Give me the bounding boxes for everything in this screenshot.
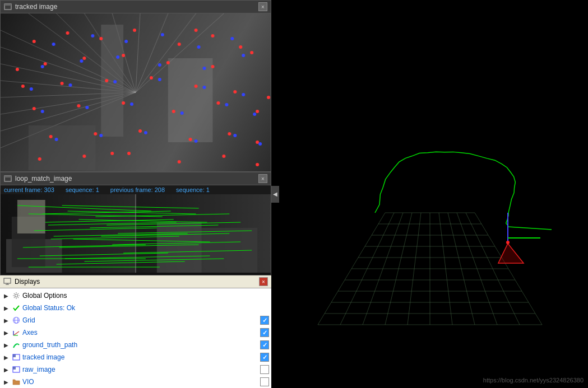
previous-frame-label: previous frame: 208 — [110, 186, 165, 193]
left-panel: tracked image × loop_match_image × curre… — [0, 0, 271, 388]
display-item-global-status[interactable]: ▶Global Status: Ok — [0, 302, 271, 314]
svg-rect-3 — [4, 176, 11, 177]
displays-content: ▶Global Options▶Global Status: Ok▶Grid▶A… — [0, 288, 271, 388]
label-axes: Axes — [22, 329, 260, 336]
right-panel: ◀ https://blog.csdn.net/yys2324826380 — [271, 0, 588, 388]
display-item-raw-image[interactable]: ▶raw_image — [0, 363, 271, 376]
expand-global-status[interactable]: ▶ — [2, 304, 10, 312]
collapse-arrow[interactable]: ◀ — [271, 186, 279, 203]
label-grid: Grid — [22, 316, 260, 324]
display-item-global-options[interactable]: ▶Global Options — [0, 289, 271, 302]
displays-title: Displays — [15, 278, 259, 286]
checkbox-vio[interactable] — [260, 377, 269, 386]
icon-vio — [12, 377, 21, 386]
checkbox-raw-image[interactable] — [260, 365, 269, 374]
loop-match-title: loop_match_image — [15, 175, 258, 183]
displays-close[interactable]: × — [259, 277, 268, 286]
checkbox-tracked-image[interactable] — [260, 353, 269, 362]
expand-raw-image[interactable]: ▶ — [2, 366, 10, 373]
displays-monitor-icon — [3, 278, 11, 286]
loop-match-close[interactable]: × — [258, 174, 267, 183]
loop-match-window-icon — [4, 175, 12, 183]
svg-rect-17 — [13, 367, 16, 370]
sequence-1-label: sequence: 1 — [66, 186, 99, 193]
label-global-options: Global Options — [22, 292, 269, 300]
svg-rect-4 — [4, 278, 11, 283]
svg-rect-1 — [4, 4, 11, 6]
icon-global-status — [12, 303, 21, 312]
tracked-image-title: tracked image — [15, 3, 258, 11]
icon-axes — [12, 328, 21, 337]
display-item-ground-truth-path[interactable]: ▶ground_truth_path — [0, 339, 271, 351]
tracked-image-close[interactable]: × — [258, 2, 267, 11]
tracked-image-window: tracked image × — [0, 0, 271, 172]
displays-panel: Displays × ▶Global Options▶Global Status… — [0, 275, 271, 388]
icon-ground-truth-path — [12, 340, 21, 349]
label-ground-truth-path: ground_truth_path — [22, 341, 260, 349]
expand-grid[interactable]: ▶ — [2, 316, 10, 324]
checkbox-grid[interactable] — [260, 316, 269, 325]
display-item-vio[interactable]: ▶VIO — [0, 376, 271, 388]
displays-titlebar: Displays × — [0, 275, 271, 288]
display-item-axes[interactable]: ▶Axes — [0, 326, 271, 339]
main-3d-canvas — [271, 0, 588, 388]
loop-match-header: current frame: 303 sequence: 1 previous … — [1, 185, 271, 194]
svg-rect-15 — [13, 354, 16, 357]
current-frame-label: current frame: 303 — [4, 186, 54, 193]
loop-match-content: current frame: 303 sequence: 1 previous … — [1, 185, 271, 275]
tracked-image-content — [1, 13, 271, 171]
tracked-image-window-icon — [4, 3, 12, 11]
svg-point-7 — [15, 294, 18, 297]
label-raw-image: raw_image — [22, 366, 260, 373]
icon-grid — [12, 316, 21, 325]
sequence-2-label: sequence: 1 — [176, 186, 210, 193]
expand-ground-truth-path[interactable]: ▶ — [2, 341, 10, 349]
tracked-image-titlebar: tracked image × — [1, 1, 271, 13]
label-vio: VIO — [22, 378, 260, 386]
icon-global-options — [12, 291, 21, 300]
expand-tracked-image[interactable]: ▶ — [2, 353, 10, 361]
loop-match-window: loop_match_image × current frame: 303 se… — [0, 172, 271, 275]
expand-global-options[interactable]: ▶ — [2, 292, 10, 300]
expand-vio[interactable]: ▶ — [2, 378, 10, 386]
display-item-tracked-image[interactable]: ▶tracked image — [0, 351, 271, 363]
tracked-image-canvas — [1, 13, 271, 171]
label-global-status: Global Status: Ok — [22, 304, 269, 312]
checkbox-axes[interactable] — [260, 328, 269, 337]
expand-axes[interactable]: ▶ — [2, 329, 10, 336]
svg-line-11 — [13, 331, 19, 335]
label-tracked-image: tracked image — [22, 353, 260, 361]
loop-match-titlebar: loop_match_image × — [1, 172, 271, 185]
watermark: https://blog.csdn.net/yys2324826380 — [483, 377, 584, 384]
loop-match-canvas — [1, 194, 271, 273]
checkbox-ground-truth-path[interactable] — [260, 340, 269, 349]
icon-raw-image — [12, 365, 21, 374]
display-item-grid[interactable]: ▶Grid — [0, 314, 271, 326]
icon-tracked-image — [12, 353, 21, 362]
